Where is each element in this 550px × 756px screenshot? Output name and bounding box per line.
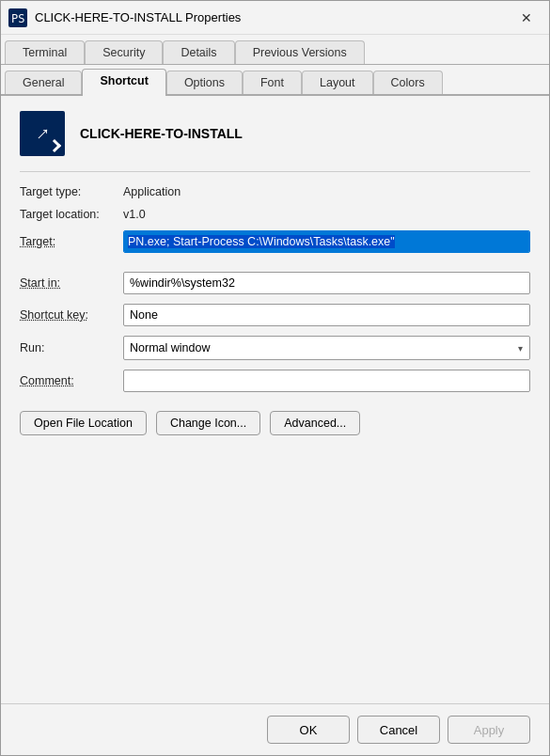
title-bar: PS CLICK-HERE-TO-INSTALL Properties ✕ — [1, 1, 549, 35]
close-button[interactable]: ✕ — [511, 3, 542, 33]
tab-general[interactable]: General — [5, 71, 82, 94]
app-title: CLICK-HERE-TO-INSTALL — [80, 126, 243, 141]
comment-label: Comment: — [20, 374, 123, 387]
start-in-input[interactable] — [123, 272, 530, 294]
ok-button[interactable]: OK — [267, 716, 350, 744]
run-row: Run: Normal window Minimized Maximized ▾ — [20, 336, 530, 360]
start-in-label: Start in: — [20, 276, 123, 290]
comment-row: Comment: — [20, 370, 530, 392]
app-icon: → — [20, 111, 65, 156]
tab-colors[interactable]: Colors — [373, 71, 443, 94]
divider — [20, 171, 530, 172]
apply-button[interactable]: Apply — [448, 716, 530, 744]
tab-content: → CLICK-HERE-TO-INSTALL Target type: App… — [1, 96, 549, 703]
tab-details[interactable]: Details — [163, 40, 234, 64]
tab-layout[interactable]: Layout — [302, 71, 373, 94]
target-row: Target: — [20, 230, 530, 253]
target-label: Target: — [20, 235, 123, 248]
tab-previous-versions[interactable]: Previous Versions — [235, 40, 365, 64]
cancel-button[interactable]: Cancel — [357, 716, 440, 744]
comment-input[interactable] — [123, 370, 530, 392]
title-bar-icon: PS — [8, 8, 27, 27]
change-icon-button[interactable]: Change Icon... — [156, 411, 260, 435]
advanced-button[interactable]: Advanced... — [270, 411, 360, 435]
tab-shortcut[interactable]: Shortcut — [82, 69, 165, 96]
run-label: Run: — [20, 341, 123, 354]
tabs-row1: Terminal Security Details Previous Versi… — [1, 35, 549, 65]
shortcut-key-row: Shortcut key: — [20, 304, 530, 326]
target-location-value: v1.0 — [123, 208, 146, 221]
tabs-row2: General Shortcut Options Font Layout Col… — [1, 65, 549, 96]
target-input[interactable] — [124, 231, 529, 252]
target-input-wrapper — [123, 230, 530, 253]
run-select-wrapper: Normal window Minimized Maximized ▾ — [123, 336, 530, 360]
run-select[interactable]: Normal window Minimized Maximized — [123, 336, 530, 360]
tab-options[interactable]: Options — [166, 71, 243, 94]
tab-font[interactable]: Font — [243, 71, 302, 94]
start-in-row: Start in: — [20, 272, 530, 294]
tab-security[interactable]: Security — [85, 40, 163, 64]
shortcut-key-label: Shortcut key: — [20, 308, 123, 322]
target-type-label: Target type: — [20, 185, 123, 198]
target-type-row: Target type: Application — [20, 185, 530, 198]
app-header: → CLICK-HERE-TO-INSTALL — [20, 111, 530, 156]
tab-terminal[interactable]: Terminal — [5, 40, 85, 64]
target-type-value: Application — [123, 185, 181, 198]
properties-dialog: PS CLICK-HERE-TO-INSTALL Properties ✕ Te… — [0, 0, 550, 756]
open-file-location-button[interactable]: Open File Location — [20, 411, 147, 435]
target-location-label: Target location: — [20, 208, 123, 221]
shortcut-key-input[interactable] — [123, 304, 530, 326]
title-bar-text: CLICK-HERE-TO-INSTALL Properties — [35, 10, 511, 24]
action-buttons: Open File Location Change Icon... Advanc… — [20, 411, 530, 435]
footer: OK Cancel Apply — [1, 703, 549, 755]
target-location-row: Target location: v1.0 — [20, 208, 530, 221]
svg-text:PS: PS — [11, 12, 24, 25]
